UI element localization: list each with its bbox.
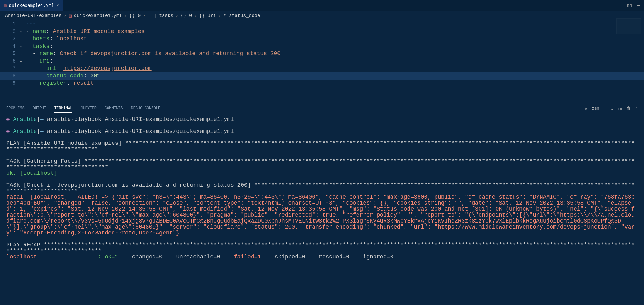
recap-ignored: ignored=0: [363, 254, 393, 260]
chevron-right-icon: ›: [194, 13, 197, 19]
terminal-icon: ▷: [585, 106, 588, 111]
tab-bar: ▤ quickexample1.yml × ▯▯ ⋯: [0, 0, 644, 11]
editor-tab[interactable]: ▤ quickexample1.yml ×: [0, 0, 63, 11]
term-cmd: ansible-playbook: [47, 128, 105, 134]
task-result-ok: ok: [localhost]: [6, 170, 57, 176]
line-number: 9: [0, 80, 18, 87]
recap-unreachable: unreachable=0: [176, 254, 220, 260]
fold-icon[interactable]: ⌄: [18, 58, 24, 65]
chevron-down-icon[interactable]: ⌄: [611, 106, 613, 111]
breadcrumb-path[interactable]: {} 0: [129, 13, 141, 19]
tab-filename: quickexample1.yml: [9, 3, 54, 8]
tab-output[interactable]: OUTPUT: [33, 104, 46, 113]
chevron-right-icon: ›: [218, 13, 221, 19]
stars: ****************************************…: [6, 242, 635, 254]
chevron-right-icon: ›: [64, 13, 67, 19]
chevron-right-icon: ›: [143, 13, 146, 19]
tab-terminal[interactable]: TERMINAL: [54, 104, 73, 113]
tab-comments[interactable]: COMMENTS: [105, 104, 123, 113]
term-cmd-path: Ansible-URI-examples/quickexample1.yml: [105, 116, 234, 122]
split-terminal-icon[interactable]: ▯▯: [618, 106, 623, 111]
yaml-file-icon: ▤: [4, 3, 6, 8]
trash-icon[interactable]: 🗑: [627, 106, 631, 111]
shell-name[interactable]: zsh: [592, 106, 599, 111]
term-cmd: ansible-playbook: [47, 116, 105, 122]
stars: ****************************************…: [6, 158, 635, 170]
recap-skipped: skipped=0: [275, 254, 305, 260]
prompt-arrow-icon: →: [40, 128, 44, 134]
code-text: ---: [24, 20, 36, 28]
fold-icon[interactable]: ⌄: [18, 43, 24, 50]
terminal-output[interactable]: ◉ Ansible|→ ansible-playbook Ansible-URI…: [0, 114, 644, 263]
task-result-fatal: fatal: [localhost]: FAILED! => {"alt_svc…: [6, 194, 635, 236]
prompt-venv: Ansible: [13, 116, 37, 122]
breadcrumb-folder[interactable]: Ansible-URI-examples: [5, 13, 62, 19]
code-text: register: result: [24, 80, 94, 87]
chevron-right-icon: ›: [124, 13, 127, 19]
plus-icon[interactable]: +: [604, 106, 606, 111]
recap-header: PLAY RECAP: [6, 242, 44, 248]
line-number: 2: [0, 28, 18, 36]
recap-changed: changed=0: [132, 254, 163, 260]
line-number: 6: [0, 58, 18, 65]
line-number: 7: [0, 65, 18, 72]
code-editor[interactable]: 1--- 2⌄- name: Ansible URI module exampl…: [0, 20, 644, 87]
breadcrumb-path[interactable]: # status_code: [223, 13, 260, 19]
chevron-right-icon: ›: [175, 13, 178, 19]
line-number: 5: [0, 50, 18, 58]
yaml-file-icon: ▤: [69, 13, 72, 19]
minimap[interactable]: [616, 18, 641, 34]
fold-icon[interactable]: ⌄: [18, 50, 24, 58]
code-text: status_code: 301: [24, 72, 101, 80]
tab-problems[interactable]: PROBLEMS: [6, 104, 25, 113]
line-number: 8: [0, 72, 18, 80]
task-header: TASK [Gathering Facts]: [6, 158, 84, 164]
breadcrumb[interactable]: Ansible-URI-examples › ▤ quickexample1.y…: [0, 11, 644, 20]
tab-jupyter[interactable]: JUPYTER: [80, 104, 96, 113]
breadcrumb-path[interactable]: {} 0: [180, 13, 192, 19]
panel-tabs: PROBLEMS OUTPUT TERMINAL JUPYTER COMMENT…: [0, 103, 644, 114]
more-actions-icon[interactable]: ⋯: [637, 2, 641, 9]
prompt-circle-icon: ◉: [6, 128, 10, 134]
fold-icon[interactable]: ⌄: [18, 28, 24, 36]
recap-failed: failed=1: [234, 254, 261, 260]
recap-host: localhost: [6, 254, 37, 260]
split-editor-icon[interactable]: ▯▯: [627, 3, 632, 8]
code-text: tasks:: [24, 43, 53, 50]
breadcrumb-path[interactable]: [ ] tasks: [148, 13, 173, 19]
line-number: 4: [0, 43, 18, 50]
recap-rescued: rescued=0: [319, 254, 349, 260]
line-number: 1: [0, 20, 18, 28]
close-icon[interactable]: ×: [56, 3, 59, 8]
code-text: hosts: localhost: [24, 35, 87, 43]
code-text: uri:: [24, 58, 53, 65]
prompt-venv: Ansible: [13, 128, 37, 134]
code-text: - name: Check if devopsjunction.com is a…: [24, 50, 280, 58]
breadcrumb-path[interactable]: {} uri: [199, 13, 216, 19]
term-cmd-path: Ansible-URI-examples/quickexample1.yml: [105, 128, 234, 134]
play-header: PLAY [Ansible URI module examples]: [6, 140, 125, 146]
breadcrumb-file[interactable]: quickexample1.yml: [74, 13, 122, 19]
line-number: 3: [0, 35, 18, 43]
recap-ok: : ok=1: [98, 254, 119, 260]
prompt-circle-icon: ◉: [6, 116, 10, 122]
tab-debug[interactable]: DEBUG CONSOLE: [131, 104, 160, 113]
chevron-up-icon[interactable]: ⌃: [635, 106, 638, 111]
prompt-arrow-icon: →: [40, 116, 44, 122]
task-header: TASK [Check if devopsjunction.com is ava…: [6, 182, 254, 188]
code-text: - name: Ansible URI module examples: [24, 28, 145, 36]
code-text: url: https://devopsjunction.com: [24, 65, 152, 72]
